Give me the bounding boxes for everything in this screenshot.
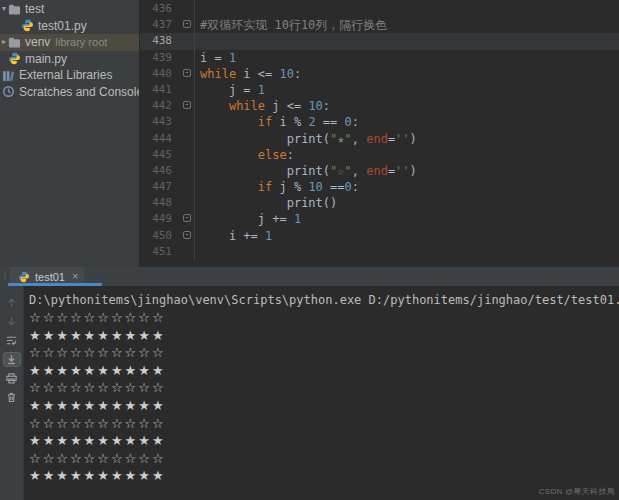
tree-item-label: main.py — [25, 52, 67, 66]
line-number: 440 — [140, 66, 172, 82]
code-text: while i <= 10: — [195, 66, 301, 82]
tree-item-label: test01.py — [38, 19, 87, 33]
gutter-fold-column — [172, 1, 195, 17]
line-number: 439 — [140, 50, 172, 66]
line-number: 438 — [140, 33, 172, 49]
tree-item-label: Scratches and Consoles — [19, 85, 139, 99]
active-tab-underline — [8, 283, 102, 286]
tree-item-label: test — [25, 2, 44, 16]
console-output-line: ★★★★★★★★★★ — [29, 432, 619, 450]
gutter-fold-column: - — [172, 228, 195, 244]
line-number: 444 — [140, 131, 172, 147]
line-number: 442 — [140, 98, 172, 114]
scroll-to-end-icon[interactable] — [3, 352, 21, 367]
line-number: 443 — [140, 114, 172, 130]
code-line-447[interactable]: 447 if j % 10 ==0: — [140, 179, 619, 195]
gutter-fold-column: - — [172, 211, 195, 227]
gutter-fold-column — [172, 179, 195, 195]
code-line-448[interactable]: 448 print() — [140, 195, 619, 211]
gutter-fold-column — [172, 147, 195, 163]
code-line-437[interactable]: 437-#双循环实现 10行10列，隔行换色 — [140, 17, 619, 33]
line-number: 445 — [140, 147, 172, 163]
arrow-up-icon — [3, 295, 21, 310]
python-file-icon — [8, 52, 21, 65]
gutter-fold-column: - — [172, 98, 195, 114]
tree-item-venv[interactable]: ▸venvlibrary root — [0, 34, 139, 51]
gutter-fold-column — [172, 50, 195, 66]
console-output-line: ☆☆☆☆☆☆☆☆☆☆ — [29, 415, 619, 433]
console-output-line: ☆☆☆☆☆☆☆☆☆☆ — [29, 309, 619, 327]
code-text: j += 1 — [195, 211, 301, 227]
close-icon[interactable]: × — [72, 271, 78, 282]
gutter-fold-column — [172, 163, 195, 179]
pycharm-window: ▾testtest01.py▸venvlibrary rootmain.pyEx… — [0, 0, 619, 500]
code-text: if j % 10 ==0: — [195, 179, 359, 195]
tree-item-scratches-and-consoles[interactable]: Scratches and Consoles — [0, 84, 139, 101]
code-area: 436437-#双循环实现 10行10列，隔行换色438439i = 1440-… — [140, 1, 619, 260]
fold-collapse-icon[interactable]: - — [183, 20, 191, 28]
code-text: if i % 2 == 0: — [195, 114, 359, 130]
gutter-fold-column — [172, 114, 195, 130]
project-tree: ▾testtest01.py▸venvlibrary rootmain.pyEx… — [0, 1, 139, 100]
tree-item-test01-py[interactable]: test01.py — [0, 18, 139, 35]
scratches-icon — [2, 85, 15, 98]
code-line-444[interactable]: 444 print("★", end='') — [140, 131, 619, 147]
chevron-right-icon[interactable]: ▸ — [0, 38, 8, 46]
line-number: 447 — [140, 179, 172, 195]
tree-item-suffix: library root — [55, 36, 107, 48]
code-line-438[interactable]: 438 — [140, 33, 619, 49]
chevron-down-icon[interactable]: ▾ — [0, 5, 8, 13]
tree-item-label: External Libraries — [19, 68, 112, 82]
console-output[interactable]: D:\pythonitems\jinghao\venv\Scripts\pyth… — [24, 286, 619, 500]
line-number: 441 — [140, 82, 172, 98]
code-line-451[interactable]: 451 — [140, 244, 619, 260]
code-line-446[interactable]: 446 print("☆", end='') — [140, 163, 619, 179]
code-line-443[interactable]: 443 if i % 2 == 0: — [140, 114, 619, 130]
code-line-439[interactable]: 439i = 1 — [140, 50, 619, 66]
code-line-450[interactable]: 450- i += 1 — [140, 228, 619, 244]
toolwindow-options-icon[interactable]: ⁞ — [0, 272, 10, 281]
libraries-icon — [2, 69, 15, 82]
line-number: 436 — [140, 1, 172, 17]
print-icon[interactable] — [3, 371, 21, 386]
console-output-line: ★★★★★★★★★★ — [29, 467, 619, 485]
gutter-fold-column: - — [172, 66, 195, 82]
code-line-445[interactable]: 445 else: — [140, 147, 619, 163]
tree-item-test[interactable]: ▾test — [0, 1, 139, 18]
python-icon — [18, 271, 30, 283]
code-line-442[interactable]: 442- while j <= 10: — [140, 98, 619, 114]
fold-collapse-icon[interactable]: - — [183, 101, 191, 109]
code-line-440[interactable]: 440-while i <= 10: — [140, 66, 619, 82]
code-text: j = 1 — [195, 82, 265, 98]
console-toolbar — [0, 286, 24, 500]
fold-end-icon[interactable]: - — [183, 214, 191, 222]
line-number: 448 — [140, 195, 172, 211]
fold-collapse-icon[interactable]: - — [183, 69, 191, 77]
console-output-lines: ☆☆☆☆☆☆☆☆☆☆★★★★★★★★★★☆☆☆☆☆☆☆☆☆☆★★★★★★★★★★… — [29, 309, 619, 485]
console-output-line: ☆☆☆☆☆☆☆☆☆☆ — [29, 379, 619, 397]
gutter-fold-column — [172, 33, 195, 49]
code-line-436[interactable]: 436 — [140, 1, 619, 17]
code-line-449[interactable]: 449- j += 1 — [140, 211, 619, 227]
line-number: 451 — [140, 244, 172, 260]
code-text: while j <= 10: — [195, 98, 330, 114]
gutter-fold-column: - — [172, 17, 195, 33]
code-text: print("★", end='') — [195, 131, 417, 147]
arrow-down-icon — [3, 314, 21, 329]
console-output-line: ★★★★★★★★★★ — [29, 327, 619, 345]
soft-wrap-icon[interactable] — [3, 333, 21, 348]
code-text: else: — [195, 147, 294, 163]
top-area: ▾testtest01.py▸venvlibrary rootmain.pyEx… — [0, 0, 619, 267]
console-output-line: ★★★★★★★★★★ — [29, 397, 619, 415]
tree-item-main-py[interactable]: main.py — [0, 51, 139, 68]
code-line-441[interactable]: 441 j = 1 — [140, 82, 619, 98]
console-command-line: D:\pythonitems\jinghao\venv\Scripts\pyth… — [29, 291, 619, 309]
code-editor[interactable]: 436437-#双循环实现 10行10列，隔行换色438439i = 1440-… — [140, 0, 619, 267]
tree-item-external-libraries[interactable]: External Libraries — [0, 67, 139, 84]
fold-end-icon[interactable]: - — [183, 231, 191, 239]
gutter-fold-column — [172, 131, 195, 147]
run-tab-label: test01 — [35, 271, 65, 283]
clear-icon[interactable] — [3, 390, 21, 405]
console-output-line: ☆☆☆☆☆☆☆☆☆☆ — [29, 450, 619, 468]
gutter-fold-column — [172, 244, 195, 260]
